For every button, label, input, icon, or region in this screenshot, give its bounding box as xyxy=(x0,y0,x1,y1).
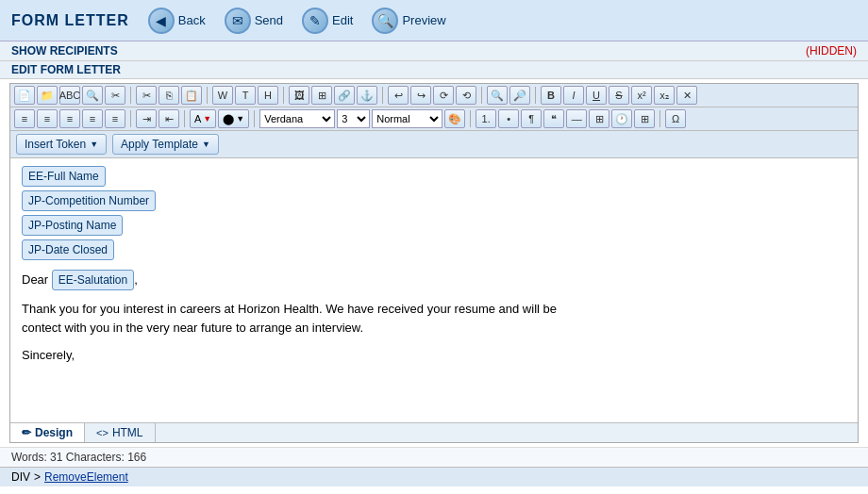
insert-token-btn[interactable]: Insert Token ▼ xyxy=(16,134,107,155)
copy-btn[interactable]: ⎘ xyxy=(159,86,179,105)
find-btn[interactable]: 🔍 xyxy=(82,86,103,105)
toolbar-row-2: ≡ ≡ ≡ ≡ ≡ ⇥ ⇤ A ▼ ⬤ ▼ Verdana Arial Time… xyxy=(10,107,858,131)
unordered-list-btn[interactable]: • xyxy=(498,109,519,128)
status-bar: Words: 31 Characters: 166 xyxy=(0,447,868,467)
word-count-label: Words: 31 Characters: 166 xyxy=(11,451,146,464)
design-tab[interactable]: ✏ Design xyxy=(10,423,85,442)
redo-btn[interactable]: ⟳ xyxy=(433,86,454,105)
token-line-4: JP-Date Closed xyxy=(22,239,846,260)
undo-btn[interactable]: ↩ xyxy=(388,86,409,105)
insert-token-arrow: ▼ xyxy=(90,140,98,149)
html-tab[interactable]: <> HTML xyxy=(85,423,156,442)
clock-btn[interactable]: 🕐 xyxy=(611,109,632,128)
apply-template-btn[interactable]: Apply Template ▼ xyxy=(112,134,219,155)
edit-icon: ✎ xyxy=(302,8,328,34)
toolbar-row-1: 📄 📁 ABC 🔍 ✂ ✂ ⎘ 📋 W T H 🖼 ⊞ 🔗 ⚓ ↩ ↪ ⟳ ⟲ … xyxy=(10,84,858,107)
redo2-btn[interactable]: ⟲ xyxy=(456,86,476,105)
superscript-btn[interactable]: x² xyxy=(631,86,652,105)
sep9 xyxy=(254,110,255,127)
body-sign: Sincerely, xyxy=(22,346,846,365)
pencil-icon: ✏ xyxy=(22,426,31,439)
italic-btn[interactable]: I xyxy=(563,86,584,105)
remove-format-btn[interactable]: ✕ xyxy=(676,86,697,105)
token-jp-date-closed[interactable]: JP-Date Closed xyxy=(22,239,114,260)
editor-body[interactable]: EE-Full Name JP-Competition Number JP-Po… xyxy=(10,158,858,422)
send-icon: ✉ xyxy=(225,8,251,34)
header: FORM LETTER ◀ Back ✉ Send ✎ Edit 🔍 Previ… xyxy=(0,0,868,41)
token-line-2: JP-Competition Number xyxy=(22,190,846,211)
edit-form-letter-row: EDIT FORM LETTER xyxy=(0,61,868,79)
token-line-1: EE-Full Name xyxy=(22,166,846,187)
align5-btn[interactable]: ≡ xyxy=(105,109,125,128)
token-jp-posting-name[interactable]: JP-Posting Name xyxy=(22,215,123,236)
bold-btn[interactable]: B xyxy=(541,86,561,105)
back-button[interactable]: ◀ Back xyxy=(148,8,206,34)
sep8 xyxy=(184,110,185,127)
outdent-btn[interactable]: ⇤ xyxy=(159,109,179,128)
token-jp-competition-number[interactable]: JP-Competition Number xyxy=(22,190,156,211)
back-icon: ◀ xyxy=(148,8,175,34)
send-button[interactable]: ✉ Send xyxy=(225,8,283,34)
undo2-btn[interactable]: ↪ xyxy=(410,86,431,105)
editor-tabs: ✏ Design <> HTML xyxy=(10,422,858,442)
sep1 xyxy=(130,87,131,104)
font-color2-btn[interactable]: 🎨 xyxy=(444,109,465,128)
font-family-select[interactable]: Verdana Arial Times New Roman xyxy=(259,109,335,128)
open-btn[interactable]: 📁 xyxy=(37,86,58,105)
token-ee-full-name[interactable]: EE-Full Name xyxy=(22,166,106,187)
anchor-btn[interactable]: ⚓ xyxy=(357,86,377,105)
indent-btn[interactable]: ⇥ xyxy=(136,109,157,128)
align-right-btn[interactable]: ≡ xyxy=(59,109,80,128)
spellcheck-btn[interactable]: ABC xyxy=(59,86,80,105)
justify-btn[interactable]: ≡ xyxy=(82,109,103,128)
font-size-select[interactable]: 3 1 2 4 5 xyxy=(337,109,370,128)
page-title: FORM LETTER xyxy=(11,12,129,29)
token-ee-salutation[interactable]: EE-Salutation xyxy=(52,270,134,290)
breadcrumb-bar: DIV > RemoveElement xyxy=(0,467,868,486)
align-left-btn[interactable]: ≡ xyxy=(14,109,35,128)
paste-word-btn[interactable]: W xyxy=(212,86,233,105)
underline-btn[interactable]: U xyxy=(586,86,607,105)
zoom2-btn[interactable]: 🔎 xyxy=(509,86,530,105)
paste-plain-btn[interactable]: T xyxy=(235,86,256,105)
more-btn[interactable]: ⊞ xyxy=(634,109,655,128)
sep10 xyxy=(470,110,471,127)
body-paragraph-1: Thank you for you interest in careers at… xyxy=(22,300,846,337)
font-style-select[interactable]: Normal Heading 1 Heading 2 xyxy=(372,109,442,128)
link-btn[interactable]: 🔗 xyxy=(334,86,355,105)
align-center-btn[interactable]: ≡ xyxy=(37,109,58,128)
sep2 xyxy=(207,87,208,104)
ordered-list-btn[interactable]: 1. xyxy=(476,109,496,128)
preview-button[interactable]: 🔍 Preview xyxy=(372,8,445,34)
scissors-btn[interactable]: ✂ xyxy=(105,86,125,105)
sep5 xyxy=(481,87,482,104)
font-color-btn[interactable]: A ▼ xyxy=(190,109,216,128)
new-doc-btn[interactable]: 📄 xyxy=(14,86,35,105)
image-btn[interactable]: 🖼 xyxy=(289,86,309,105)
paste-html-btn[interactable]: H xyxy=(258,86,278,105)
rule-btn[interactable]: — xyxy=(566,109,587,128)
table2-btn[interactable]: ⊞ xyxy=(589,109,609,128)
special-char-btn[interactable]: Ω xyxy=(665,109,686,128)
blockquote-btn[interactable]: ❝ xyxy=(543,109,564,128)
sep11 xyxy=(659,110,660,127)
sep4 xyxy=(382,87,383,104)
strikethrough-btn[interactable]: S xyxy=(609,86,629,105)
subscript-btn[interactable]: x₂ xyxy=(654,86,675,105)
paste-btn[interactable]: 📋 xyxy=(181,86,202,105)
zoom-btn[interactable]: 🔍 xyxy=(487,86,508,105)
show-recipients-link[interactable]: SHOW RECIPIENTS xyxy=(11,44,118,58)
token-line-3: JP-Posting Name xyxy=(22,215,846,236)
html-icon: <> xyxy=(96,427,108,438)
remove-element-link[interactable]: RemoveElement xyxy=(44,470,128,484)
edit-button[interactable]: ✎ Edit xyxy=(302,8,353,34)
highlight-btn[interactable]: ⬤ ▼ xyxy=(218,109,249,128)
edit-form-letter-label: EDIT FORM LETTER xyxy=(11,63,121,76)
editor-container: 📄 📁 ABC 🔍 ✂ ✂ ⎘ 📋 W T H 🖼 ⊞ 🔗 ⚓ ↩ ↪ ⟳ ⟲ … xyxy=(9,83,859,443)
sep3 xyxy=(283,87,284,104)
token-row: Insert Token ▼ Apply Template ▼ xyxy=(10,131,858,158)
cut-btn[interactable]: ✂ xyxy=(136,86,157,105)
breadcrumb-div: DIV xyxy=(11,470,30,484)
paragraph-btn[interactable]: ¶ xyxy=(521,109,542,128)
table-btn[interactable]: ⊞ xyxy=(311,86,332,105)
